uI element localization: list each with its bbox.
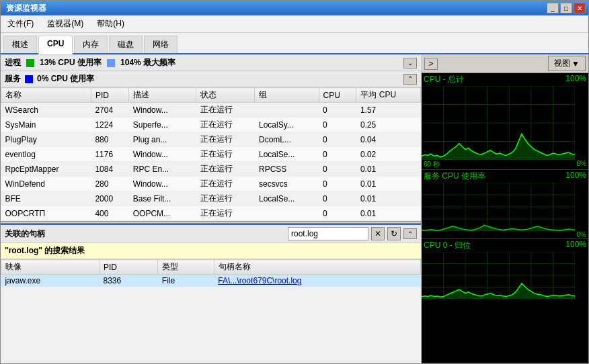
handle-search-input[interactable] <box>288 227 368 240</box>
close-button[interactable]: ✕ <box>574 3 586 13</box>
view-button[interactable]: 视图 ▼ <box>548 56 586 71</box>
cpu-0pct-label: 0% <box>577 160 586 169</box>
search-bar: ✕ ↻ ⌃ <box>288 227 417 240</box>
col-name[interactable]: 名称 <box>1 88 91 103</box>
table-row[interactable]: WinDefend280Window...正在运行secsvcs00.01 <box>1 177 421 191</box>
handle-table: 映像 PID 类型 句柄名称 javaw.exe8336FileFA\...\r… <box>1 259 421 287</box>
col-group[interactable]: 组 <box>255 88 319 103</box>
refresh-search-button[interactable]: ↻ <box>387 227 401 240</box>
cpu-total-graph <box>422 86 588 160</box>
process-section-header: 进程 13% CPU 使用率 104% 最大频率 ⌄ <box>1 54 421 71</box>
service-section: 服务 0% CPU 使用率 ⌃ 名称 PID 描述 状态 <box>1 71 421 221</box>
handle-header: 关联的句柄 ✕ ↻ ⌃ <box>1 225 421 243</box>
col-avg-cpu[interactable]: 平均 CPU <box>356 88 421 103</box>
process-label: 进程 <box>5 57 21 69</box>
table-row[interactable]: RpcEptMapper1084RPC En...正在运行RPCSS00.01 <box>1 162 421 177</box>
cpu-green-indicator <box>26 59 34 67</box>
maximize-button[interactable]: □ <box>560 3 572 13</box>
table-row[interactable]: javaw.exe8336FileFA\...\root679C\root.lo… <box>1 275 421 287</box>
tab-memory[interactable]: 内存 <box>74 36 108 53</box>
minimize-button[interactable]: _ <box>547 3 559 13</box>
title-bar: 资源监视器 _ □ ✕ <box>1 1 588 15</box>
table-row[interactable]: SysMain1224Superfe...正在运行LocalSy...00.25 <box>1 118 421 132</box>
cpu0-graph-block: CPU 0 - 归位 100% <box>422 239 588 363</box>
process-cpu-usage: 13% CPU 使用率 <box>40 57 102 69</box>
service-cpu-label: 服务 CPU 使用率 <box>424 171 485 182</box>
col-handle-pid[interactable]: PID <box>100 260 158 275</box>
service-0pct-label: 0% <box>577 231 586 238</box>
table-row[interactable]: BFE2000Base Filt...正在运行LocalSe...00.01 <box>1 191 421 206</box>
cpu-total-graph-block: CPU - 总计 100% 60 秒 0% <box>422 73 588 170</box>
cpu-blue-indicator <box>107 59 115 67</box>
cpu-total-canvas <box>422 86 575 160</box>
cpu0-label: CPU 0 - 归位 <box>424 240 471 251</box>
cpu0-label-bar: CPU 0 - 归位 100% <box>422 239 588 252</box>
menu-bar: 文件(F) 监视器(M) 帮助(H) <box>1 15 588 33</box>
menu-monitor[interactable]: 监视器(M) <box>43 17 87 31</box>
service-cpu-graph-block: 服务 CPU 使用率 100% 0% <box>422 170 588 239</box>
handle-section: 关联的句柄 ✕ ↻ ⌃ "root.log" 的搜索结果 <box>1 224 421 287</box>
service-section-header: 服务 0% CPU 使用率 ⌃ <box>1 71 421 87</box>
view-dropdown-icon: ▼ <box>572 59 580 69</box>
search-results-label: "root.log" 的搜索结果 <box>5 246 85 255</box>
table-row[interactable]: eventlog1176Window...正在运行LocalSe...00.02 <box>1 147 421 162</box>
col-image[interactable]: 映像 <box>1 260 100 275</box>
col-pid[interactable]: PID <box>91 88 128 103</box>
cpu-total-value: 100% <box>565 74 586 85</box>
col-type[interactable]: 类型 <box>158 260 214 275</box>
col-desc[interactable]: 描述 <box>129 88 196 103</box>
service-label: 服务 <box>5 73 21 85</box>
tab-disk[interactable]: 磁盘 <box>109 36 143 53</box>
right-panel: > 视图 ▼ CPU - 总计 100% 60 秒 <box>422 54 588 363</box>
process-max-freq: 104% 最大频率 <box>120 57 175 69</box>
title-buttons: _ □ ✕ <box>547 3 586 13</box>
cpu0-canvas <box>422 252 575 299</box>
service-table-wrapper: 名称 PID 描述 状态 组 CPU 平均 CPU WSearch2704Win… <box>1 87 421 221</box>
menu-file[interactable]: 文件(F) <box>3 17 38 31</box>
col-cpu[interactable]: CPU <box>319 88 356 103</box>
table-row[interactable]: PlugPlay880Plug an...正在运行DcomL...00.04 <box>1 132 421 147</box>
service-table: 名称 PID 描述 状态 组 CPU 平均 CPU WSearch2704Win… <box>1 87 421 221</box>
tab-cpu[interactable]: CPU <box>38 36 73 54</box>
service-cpu-value: 100% <box>565 171 586 182</box>
handle-table-wrapper: 映像 PID 类型 句柄名称 javaw.exe8336FileFA\...\r… <box>1 259 421 287</box>
process-collapse-button[interactable]: ⌄ <box>403 58 417 69</box>
right-toolbar: > 视图 ▼ <box>422 54 588 73</box>
menu-help[interactable]: 帮助(H) <box>93 17 128 31</box>
cpu0-graph <box>422 252 588 363</box>
service-title-group: 服务 0% CPU 使用率 <box>5 73 94 85</box>
cpu-60s-label: 60 秒 <box>424 160 440 169</box>
view-label: 视图 <box>554 58 570 69</box>
col-handle-name[interactable]: 句柄名称 <box>214 260 420 275</box>
tab-bar: 概述 CPU 内存 磁盘 网络 <box>1 33 588 54</box>
service-cpu-indicator <box>25 75 33 83</box>
main-window: 资源监视器 _ □ ✕ 文件(F) 监视器(M) 帮助(H) 概述 CPU 内存… <box>0 0 589 364</box>
handle-label: 关联的句柄 <box>5 228 45 240</box>
expand-icon: > <box>428 59 433 69</box>
search-results-header: "root.log" 的搜索结果 <box>1 243 421 259</box>
window-title: 资源监视器 <box>3 3 46 14</box>
table-row[interactable]: WSearch2704Window...正在运行01.57 <box>1 103 421 118</box>
cpu-total-label: CPU - 总计 <box>424 74 464 85</box>
left-panel: 进程 13% CPU 使用率 104% 最大频率 ⌄ 服务 0% CPU 使用率 <box>1 54 422 363</box>
service-cpu-label-bar: 服务 CPU 使用率 100% <box>422 170 588 183</box>
col-status[interactable]: 状态 <box>196 88 255 103</box>
tab-overview[interactable]: 概述 <box>3 36 37 53</box>
service-collapse-button[interactable]: ⌃ <box>403 74 417 85</box>
tab-network[interactable]: 网络 <box>144 36 178 53</box>
cpu0-value: 100% <box>565 240 586 251</box>
right-expand-button[interactable]: > <box>424 58 438 70</box>
service-cpu-graph <box>422 183 588 231</box>
handle-collapse-button[interactable]: ⌃ <box>403 228 417 239</box>
process-title-group: 进程 13% CPU 使用率 104% 最大频率 <box>5 57 175 69</box>
service-cpu-usage: 0% CPU 使用率 <box>37 73 94 85</box>
cpu-total-label-bar: CPU - 总计 100% <box>422 73 588 86</box>
table-row[interactable]: OOPCRTП400OOPCM...正在运行00.01 <box>1 206 421 221</box>
main-content: 进程 13% CPU 使用率 104% 最大频率 ⌄ 服务 0% CPU 使用率 <box>1 54 588 363</box>
service-cpu-canvas <box>422 183 575 231</box>
clear-search-button[interactable]: ✕ <box>371 227 385 240</box>
